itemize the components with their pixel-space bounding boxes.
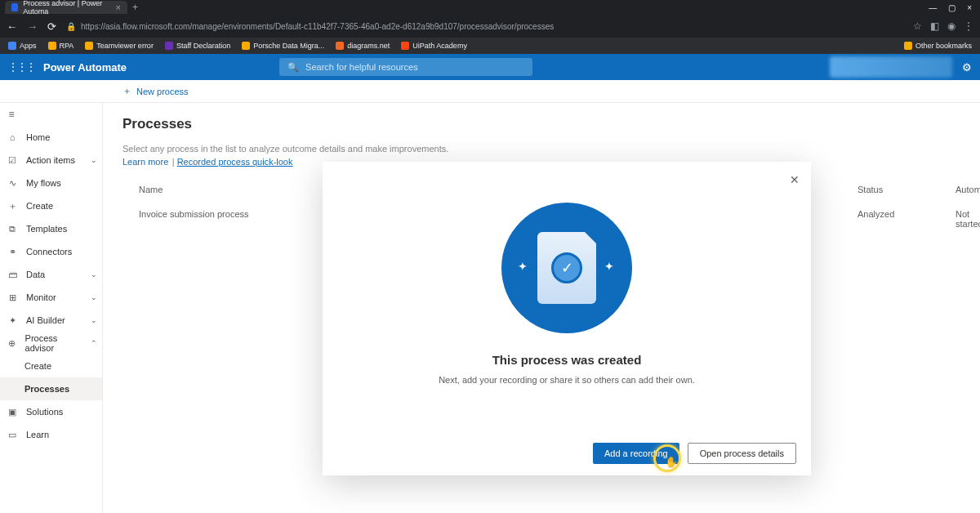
nav-learn[interactable]: ▭Learn	[0, 423, 102, 446]
nav-label: Action items	[26, 155, 75, 165]
new-process-button[interactable]: ＋ New process	[122, 85, 189, 97]
modal-footer: Add a recording Open process details	[323, 431, 811, 475]
col-automation[interactable]: Automatio	[956, 185, 980, 194]
solutions-icon: ▣	[7, 407, 18, 417]
bookmark-item[interactable]: diagrams.net	[336, 42, 390, 50]
app-header: ⋮⋮⋮ Power Automate 🔍 Search for helpful …	[0, 54, 980, 80]
folder-icon	[48, 42, 56, 50]
nav-templates[interactable]: ⧉Templates	[0, 217, 102, 240]
address-bar: ← → ⟳ 🔒 https://asia.flow.microsoft.com/…	[0, 15, 980, 38]
nav-ai-builder[interactable]: ✦AI Builder⌄	[0, 309, 102, 332]
forward-icon[interactable]: →	[27, 20, 38, 33]
nav-label: Monitor	[26, 292, 56, 302]
bookmark-label: Porsche Data Migra...	[253, 42, 324, 50]
url-field[interactable]: 🔒 https://asia.flow.microsoft.com/manage…	[66, 22, 903, 31]
bookmarks-bar: Apps RPA Teamviewer error Staff Declarat…	[0, 38, 980, 54]
waffle-icon[interactable]: ⋮⋮⋮	[8, 61, 35, 73]
menu-icon[interactable]: ⋮	[964, 20, 973, 32]
clipboard-icon: ☑	[7, 155, 18, 166]
site-icon	[336, 42, 344, 50]
chevron-up-icon: ⌃	[91, 339, 97, 347]
bookmark-label: UiPath Academy	[412, 42, 467, 50]
nav-data[interactable]: 🗃Data⌄	[0, 263, 102, 286]
nav-create[interactable]: ＋Create	[0, 194, 102, 217]
bookmark-item[interactable]: RPA	[48, 42, 74, 50]
hamburger-icon[interactable]: ≡	[0, 103, 23, 126]
quick-look-link[interactable]: Recorded process quick-look	[177, 157, 293, 167]
template-icon: ⧉	[7, 224, 18, 234]
chevron-down-icon: ⌄	[91, 156, 97, 164]
bookmark-item[interactable]: UiPath Academy	[401, 42, 467, 50]
add-recording-button[interactable]: Add a recording	[593, 443, 679, 464]
cell-automation: Not started	[956, 209, 980, 229]
gear-icon[interactable]: ⚙	[962, 61, 972, 74]
sparkle-icon: ✦	[604, 260, 614, 273]
star-icon[interactable]: ☆	[913, 20, 922, 32]
nav-action-items[interactable]: ☑Action items⌄	[0, 149, 102, 172]
success-modal: ✕ ✦ ✓ ✦ This process was created Next, a…	[323, 162, 811, 475]
bookmark-label: diagrams.net	[347, 42, 390, 50]
folder-icon	[242, 42, 250, 50]
close-icon[interactable]: ✕	[790, 173, 800, 186]
nav-label: Home	[26, 132, 50, 142]
nav-process-advisor[interactable]: ⊕Process advisor⌃	[0, 332, 102, 355]
search-input[interactable]: 🔍 Search for helpful resources	[279, 58, 532, 76]
back-icon[interactable]: ←	[7, 20, 17, 33]
learn-more-link[interactable]: Learn more	[122, 157, 168, 167]
book-icon: ▭	[7, 430, 18, 440]
environment-picker[interactable]	[830, 56, 952, 78]
bookmark-item[interactable]: Porsche Data Migra...	[242, 42, 324, 50]
nav-label: AI Builder	[26, 315, 65, 325]
home-icon: ⌂	[7, 132, 18, 142]
document-icon: ✓	[537, 232, 596, 304]
nav-my-flows[interactable]: ∿My flows	[0, 172, 102, 194]
nav-connectors[interactable]: ⚭Connectors	[0, 240, 102, 263]
browser-tab[interactable]: Process advisor | Power Automa ×	[5, 1, 127, 14]
apps-bookmark[interactable]: Apps	[8, 42, 37, 50]
folder-icon	[904, 42, 912, 50]
other-bookmarks[interactable]: Other bookmarks	[904, 42, 972, 50]
bookmark-label: RPA	[60, 42, 74, 50]
cell-status: Analyzed	[858, 209, 923, 229]
browser-tab-strip: Process advisor | Power Automa × + — ▢ ×	[0, 0, 980, 15]
page-description: Select any process in the list to analyz…	[122, 144, 960, 154]
nav-pa-processes[interactable]: Processes	[0, 377, 102, 400]
col-status[interactable]: Status	[858, 185, 923, 194]
bookmark-item[interactable]: Teamviewer error	[85, 42, 154, 50]
product-name[interactable]: Power Automate	[43, 61, 127, 74]
command-bar: ＋ New process	[0, 80, 980, 103]
process-icon: ⊕	[7, 338, 17, 349]
open-details-button[interactable]: Open process details	[688, 443, 796, 464]
bookmark-item[interactable]: Staff Declaration	[165, 42, 230, 50]
nav-label: Create	[24, 361, 51, 371]
extension-icon[interactable]: ◧	[930, 20, 939, 32]
site-icon	[165, 42, 173, 50]
profile-icon[interactable]: ◉	[947, 20, 956, 32]
reload-icon[interactable]: ⟳	[47, 20, 56, 33]
chevron-down-icon: ⌄	[91, 270, 97, 279]
nav-label: Processes	[24, 384, 69, 394]
database-icon: 🗃	[7, 270, 18, 279]
nav-label: Create	[26, 201, 53, 211]
new-tab-button[interactable]: +	[132, 2, 138, 13]
maximize-icon[interactable]: ▢	[948, 3, 956, 12]
bookmark-label: Apps	[20, 42, 37, 50]
bookmark-label: Other bookmarks	[915, 42, 972, 50]
checkmark-icon: ✓	[551, 252, 582, 283]
close-icon[interactable]: ×	[116, 2, 121, 12]
url-text: https://asia.flow.microsoft.com/manage/e…	[81, 22, 554, 31]
nav-label: Process advisor	[25, 333, 82, 353]
nav-solutions[interactable]: ▣Solutions	[0, 400, 102, 423]
left-nav: ≡ ⌂Home ☑Action items⌄ ∿My flows ＋Create…	[0, 103, 103, 513]
search-icon: 🔍	[287, 62, 299, 73]
close-window-icon[interactable]: ×	[967, 3, 972, 12]
nav-label: Connectors	[26, 247, 72, 256]
nav-pa-create[interactable]: Create	[0, 355, 102, 377]
nav-home[interactable]: ⌂Home	[0, 126, 102, 149]
favicon-icon	[11, 3, 18, 11]
nav-monitor[interactable]: ⊞Monitor⌄	[0, 286, 102, 309]
page-title: Processes	[122, 116, 960, 132]
minimize-icon[interactable]: —	[929, 3, 937, 12]
cmd-label: New process	[136, 87, 189, 96]
modal-title: This process was created	[492, 353, 642, 367]
